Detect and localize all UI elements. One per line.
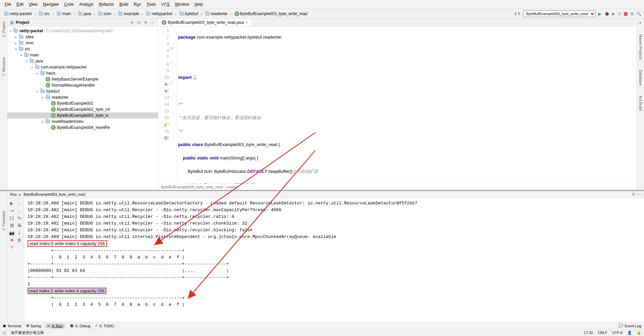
tree-node[interactable]: ▾readwrite [7, 94, 158, 100]
search-everywhere-icon[interactable]: 🔍 [636, 11, 641, 16]
hide-icon[interactable]: — [637, 192, 641, 197]
tree-node[interactable]: ▸.mvn [7, 40, 158, 46]
hide-icon[interactable]: — [151, 20, 155, 25]
menu-vcs[interactable]: VCS [159, 1, 172, 7]
class-icon: C [51, 113, 56, 118]
menu-help[interactable]: Help [193, 1, 205, 7]
folder-icon [146, 12, 151, 16]
scroll-from-source-icon[interactable]: ⊕ [130, 20, 135, 25]
bc-class[interactable]: CByteBufExample003_byte_write_read [233, 11, 309, 17]
menu-window[interactable]: Window [173, 1, 191, 7]
tool-maven[interactable]: Maven Projects [639, 34, 643, 60]
bc-src[interactable]: src [37, 11, 51, 17]
down-button[interactable]: ↓ [16, 207, 22, 213]
project-view-icon[interactable]: ▦ [10, 20, 14, 25]
console-output[interactable]: 19:28:28.480 [main] DEBUG io.netty.util.… [24, 198, 644, 336]
help-button[interactable]: ? [9, 244, 15, 250]
attach-button[interactable]: ⇥ [9, 207, 15, 213]
menu-tools[interactable]: Tools [145, 1, 158, 7]
tree-node[interactable]: ▾bytebuf [7, 88, 158, 94]
status-encoding[interactable]: UTF-8 [612, 331, 623, 335]
run-config-label[interactable]: ByteBufExample003_byte_write_read [23, 192, 85, 196]
tool-terminal[interactable]: ▣ Terminal [3, 324, 21, 328]
tree-node[interactable]: CNettyBasicServerExample [7, 76, 158, 82]
build-icon[interactable]: ⬇⬆ [514, 11, 521, 16]
bc-project[interactable]: netty-packet [3, 11, 33, 17]
coverage-button[interactable]: ▶ [612, 11, 615, 16]
menu-refactor[interactable]: Refactor [97, 1, 116, 7]
menu-edit[interactable]: Edit [14, 1, 25, 7]
close-button[interactable]: ✖ [9, 237, 15, 243]
status-quick-icon[interactable]: ▢ [3, 331, 6, 335]
project-tree[interactable]: ▾netty-packetC:\Users\15211\Downloads\ne… [7, 27, 158, 190]
tool-spring[interactable]: ✿ Spring [26, 324, 41, 328]
tool-debug[interactable]: 🐞 5: Debug [69, 324, 91, 328]
bc-nettypacket[interactable]: nettypacket [145, 11, 173, 17]
editor-gutter[interactable]: 1234+78-91011▶-12▶1314151617💡1819@ [158, 27, 177, 184]
profile-button[interactable]: ◷ [618, 11, 621, 16]
status-inspect-icon[interactable]: 👤 [627, 331, 632, 335]
tool-favorites[interactable]: 2: Favorites [2, 211, 6, 230]
dump-button[interactable]: 📷 [9, 230, 15, 236]
bc-readwrite[interactable]: readwrite [204, 11, 229, 17]
stop-button[interactable] [9, 222, 15, 228]
menu-navigate[interactable]: Navigate [41, 1, 61, 7]
bc-example[interactable]: example [117, 11, 140, 17]
up-button[interactable]: ↑ [16, 200, 22, 206]
tree-node[interactable]: ▾java [7, 58, 158, 64]
tool-run[interactable]: ▶ 4: Run [46, 324, 64, 328]
scroll-end-button[interactable]: ⤓ [16, 230, 22, 236]
tree-node[interactable]: ▾com.example.nettypacket [7, 64, 158, 70]
tree-node[interactable]: CByteBufExample004_resetRe [7, 125, 158, 131]
menu-build[interactable]: Build [117, 1, 130, 7]
pause-button[interactable]: ∥∥ [9, 215, 15, 221]
status-lock-icon[interactable]: 🔒 [637, 331, 641, 335]
folder-icon [4, 12, 9, 16]
maven-icon[interactable]: m [639, 21, 643, 24]
bc-com[interactable]: com [97, 11, 113, 17]
tree-node[interactable]: ▾main [7, 52, 158, 58]
tree-node[interactable]: CByteBufExample001 [7, 100, 158, 106]
tree-node[interactable]: CNormalMessageHandler [7, 82, 158, 88]
debug-button[interactable]: 🐞 [604, 11, 609, 16]
menu-file[interactable]: File [3, 1, 13, 7]
status-line-sep[interactable]: CRLF [598, 331, 607, 335]
tool-project[interactable]: 1: Project [2, 21, 6, 37]
code-breadcrumb[interactable]: ByteBufExample003_byte_write_read › main… [158, 184, 637, 190]
status-message: 请不要使用行尾注释 [11, 330, 44, 335]
tool-database[interactable]: Database [639, 70, 643, 86]
tree-node[interactable]: CByteBufExample002_byte_int [7, 106, 158, 112]
editor-tab[interactable]: C ByteBufExample003_byte_write_read.java… [158, 19, 252, 26]
tool-event-log[interactable]: 💬 Event Log [619, 324, 641, 328]
tree-node[interactable]: ▸.idea [7, 34, 158, 40]
gear-icon[interactable]: ⚙ [144, 20, 149, 25]
menu-run[interactable]: Run [132, 1, 143, 7]
code-area[interactable]: package com.example.nettypacket.bytebuf.… [177, 27, 637, 184]
tree-node[interactable]: ▾resetReaderIndex [7, 118, 158, 125]
project-structure-icon[interactable]: ⊞ [630, 11, 634, 16]
close-icon[interactable]: × [246, 20, 248, 25]
collapse-all-icon[interactable]: ⊟ [137, 20, 142, 25]
rerun-button[interactable]: ▶ [9, 200, 15, 206]
gear-icon[interactable]: ⚙ [632, 192, 635, 197]
menu-code[interactable]: Code [62, 1, 76, 7]
tool-todo[interactable]: ✓ 6: TODO [95, 324, 114, 328]
bc-bytebuf[interactable]: bytebuf [178, 11, 200, 17]
menu-analyze[interactable]: Analyze [77, 1, 96, 7]
bc-java[interactable]: java [76, 11, 92, 17]
print-button[interactable]: 🖶 [16, 222, 22, 228]
tool-structure[interactable]: 7: Structure [2, 57, 6, 76]
run-config-select[interactable]: ByteBufExample003_byte_write_read [523, 10, 595, 17]
bc-main[interactable]: main [55, 11, 72, 17]
clear-button[interactable]: 🗑 [16, 237, 22, 243]
tree-root[interactable]: netty-packet [19, 29, 43, 33]
tool-ant[interactable]: Ant Build [639, 96, 643, 110]
tree-node[interactable]: ▾src [7, 46, 158, 52]
tree-node[interactable]: ▸basic [7, 70, 158, 76]
wrap-button[interactable]: ⇆ [16, 215, 22, 221]
stop-button[interactable] [624, 12, 628, 16]
tree-node[interactable]: CByteBufExample003_byte_w [7, 112, 158, 118]
status-time: 17:32 [584, 331, 593, 335]
menu-view[interactable]: View [27, 1, 40, 7]
run-button[interactable]: ▶ [598, 11, 602, 16]
